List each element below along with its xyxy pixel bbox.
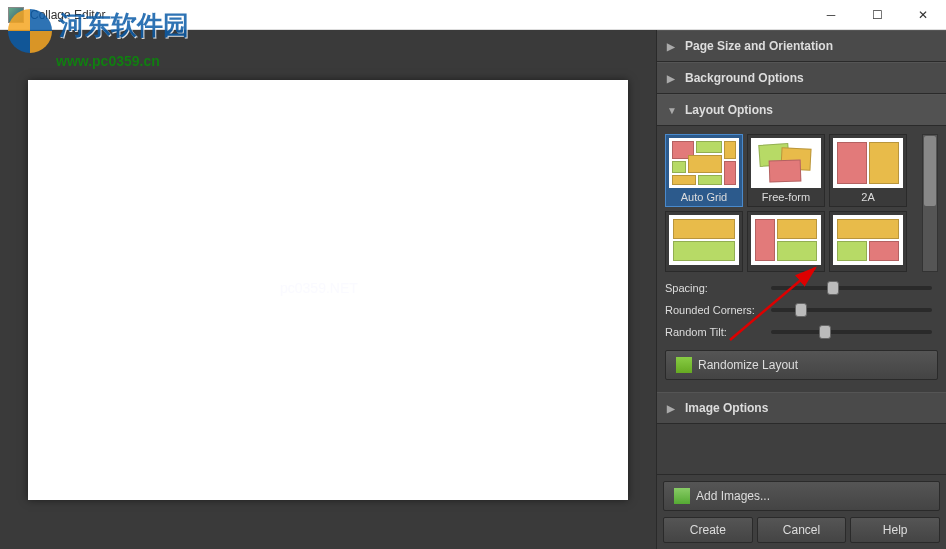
layout-thumb xyxy=(751,215,821,265)
canvas-area xyxy=(0,30,656,549)
tilt-slider[interactable] xyxy=(771,330,932,334)
randomize-label: Randomize Layout xyxy=(698,358,798,372)
layout-item-4[interactable] xyxy=(665,211,743,272)
add-images-icon xyxy=(674,488,690,504)
panel-layout[interactable]: ▼ Layout Options xyxy=(657,94,946,126)
rounded-row: Rounded Corners: xyxy=(665,304,938,316)
layout-item-6[interactable] xyxy=(829,211,907,272)
layout-label: Free-form xyxy=(762,191,810,203)
titlebar: Collage Editor ─ ☐ ✕ xyxy=(0,0,946,30)
rounded-slider[interactable] xyxy=(771,308,932,312)
panel-title: Page Size and Orientation xyxy=(685,39,833,53)
spacing-label: Spacing: xyxy=(665,282,765,294)
collage-canvas[interactable] xyxy=(28,80,628,500)
slider-knob[interactable] xyxy=(819,325,831,339)
randomize-layout-button[interactable]: Randomize Layout xyxy=(665,350,938,380)
panel-title: Background Options xyxy=(685,71,804,85)
panel-title: Layout Options xyxy=(685,103,773,117)
slider-knob[interactable] xyxy=(827,281,839,295)
add-images-label: Add Images... xyxy=(696,489,770,503)
panel-layout-body: Auto Grid Free-form xyxy=(657,126,946,392)
spacing-row: Spacing: xyxy=(665,282,938,294)
layout-auto-grid[interactable]: Auto Grid xyxy=(665,134,743,207)
chevron-right-icon: ▶ xyxy=(667,41,677,52)
maximize-button[interactable]: ☐ xyxy=(854,0,900,30)
close-button[interactable]: ✕ xyxy=(900,0,946,30)
chevron-down-icon: ▼ xyxy=(667,105,677,116)
layout-thumb xyxy=(833,138,903,188)
chevron-right-icon: ▶ xyxy=(667,403,677,414)
add-images-button[interactable]: Add Images... xyxy=(663,481,940,511)
layout-2a[interactable]: 2A xyxy=(829,134,907,207)
bottom-bar: Add Images... Create Cancel Help xyxy=(657,474,946,549)
panel-title: Image Options xyxy=(685,401,768,415)
layout-thumb xyxy=(669,215,739,265)
layout-label: Auto Grid xyxy=(681,191,727,203)
panel-page-size[interactable]: ▶ Page Size and Orientation xyxy=(657,30,946,62)
help-button[interactable]: Help xyxy=(850,517,940,543)
minimize-button[interactable]: ─ xyxy=(808,0,854,30)
layout-label: 2A xyxy=(861,191,874,203)
create-button[interactable]: Create xyxy=(663,517,753,543)
cancel-button[interactable]: Cancel xyxy=(757,517,847,543)
slider-knob[interactable] xyxy=(795,303,807,317)
rounded-label: Rounded Corners: xyxy=(665,304,765,316)
layout-thumb xyxy=(669,138,739,188)
layout-grid: Auto Grid Free-form xyxy=(665,134,918,272)
tilt-row: Random Tilt: xyxy=(665,326,938,338)
app-icon xyxy=(8,7,24,23)
spacing-slider[interactable] xyxy=(771,286,932,290)
panel-background[interactable]: ▶ Background Options xyxy=(657,62,946,94)
scrollbar-thumb[interactable] xyxy=(924,136,936,206)
chevron-right-icon: ▶ xyxy=(667,73,677,84)
window-title: Collage Editor xyxy=(30,8,808,22)
layout-thumb xyxy=(833,215,903,265)
tilt-label: Random Tilt: xyxy=(665,326,765,338)
panel-image-options[interactable]: ▶ Image Options xyxy=(657,392,946,424)
layout-scrollbar[interactable] xyxy=(922,134,938,272)
layout-item-5[interactable] xyxy=(747,211,825,272)
layout-free-form[interactable]: Free-form xyxy=(747,134,825,207)
sidebar: ▶ Page Size and Orientation ▶ Background… xyxy=(656,30,946,549)
randomize-icon xyxy=(676,357,692,373)
layout-thumb xyxy=(751,138,821,188)
